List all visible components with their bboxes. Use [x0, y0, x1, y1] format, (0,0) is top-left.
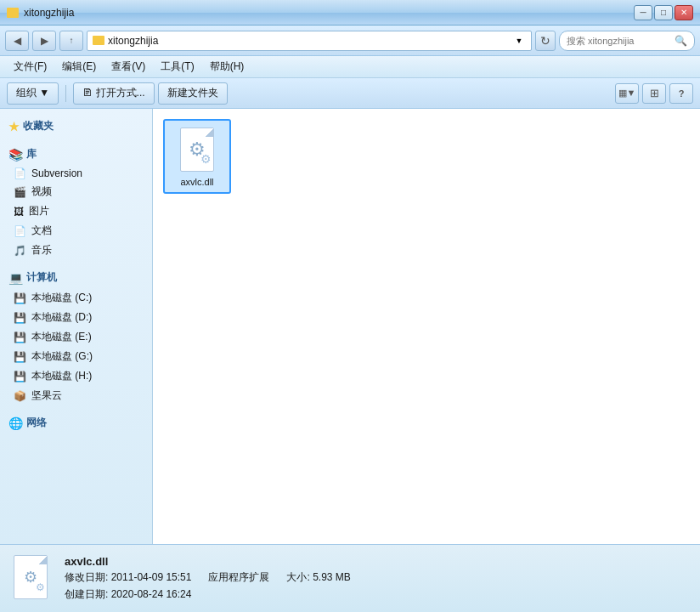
menu-bar: 文件(F) 编辑(E) 查看(V) 工具(T) 帮助(H) — [0, 56, 700, 78]
sidebar-item-drive-d-label: 本地磁盘 (D:) — [31, 310, 92, 325]
sidebar-item-music-label: 音乐 — [31, 243, 52, 258]
sidebar-item-jianguoyun[interactable]: 📦 坚果云 — [0, 386, 152, 405]
preview-pane-button[interactable]: ⊞ — [642, 83, 666, 104]
computer-icon: 💻 — [8, 271, 23, 285]
path-folder-icon — [93, 36, 104, 45]
drive-d-icon: 💾 — [14, 312, 26, 324]
search-box[interactable]: 🔍 — [559, 31, 695, 51]
computer-header: 💻 计算机 — [0, 267, 152, 288]
drive-h-icon: 💾 — [14, 371, 26, 382]
sidebar-item-drive-e[interactable]: 💾 本地磁盘 (E:) — [0, 327, 152, 347]
up-button[interactable]: ↑ — [59, 31, 83, 51]
star-icon: ★ — [8, 120, 20, 133]
jianguoyun-icon: 📦 — [14, 390, 26, 402]
toolbar: 组织 ▼ 🖹 打开方式... 新建文件夹 ▦▼ ⊞ ? — [0, 78, 700, 109]
sidebar-item-jianguoyun-label: 坚果云 — [31, 388, 62, 403]
title-bar: xitongzhijia ─ □ ✕ — [0, 0, 700, 26]
file-grid: ⚙ ⚙ axvlc.dll — [163, 119, 690, 194]
status-type-label: 应用程序扩展 — [208, 571, 269, 583]
sidebar-item-drive-e-label: 本地磁盘 (E:) — [31, 330, 92, 344]
file-area: ⚙ ⚙ axvlc.dll — [153, 109, 700, 544]
back-button[interactable]: ◀ — [5, 31, 29, 51]
address-path-box[interactable]: xitongzhijia ▼ — [87, 31, 532, 51]
sidebar-item-drive-g-label: 本地磁盘 (G:) — [31, 349, 93, 364]
status-info: axvlc.dll 修改日期: 2011-04-09 15:51 应用程序扩展 … — [65, 555, 351, 602]
view-options-button[interactable]: ▦▼ — [615, 83, 639, 104]
search-input[interactable] — [567, 36, 671, 46]
documents-icon: 📄 — [14, 225, 26, 237]
sidebar-item-drive-h-label: 本地磁盘 (H:) — [31, 369, 92, 383]
network-header: 🌐 网络 — [0, 412, 152, 434]
status-icon-paper: ⚙ ⚙ — [14, 555, 48, 599]
favorites-header: ★ 收藏夹 — [0, 116, 152, 137]
menu-edit[interactable]: 编辑(E) — [55, 58, 103, 76]
status-size-label: 大小: 5.93 MB — [286, 571, 350, 583]
library-icon: 📚 — [8, 148, 23, 162]
path-dropdown-icon[interactable]: ▼ — [512, 37, 526, 45]
file-item-axvlc[interactable]: ⚙ ⚙ axvlc.dll — [163, 119, 231, 194]
sidebar-item-video-label: 视频 — [31, 184, 52, 199]
new-folder-button[interactable]: 新建文件夹 — [158, 82, 228, 105]
drive-e-icon: 💾 — [14, 332, 26, 343]
sidebar-item-documents[interactable]: 📄 文档 — [0, 221, 152, 241]
drive-c-icon: 💾 — [14, 292, 26, 304]
forward-button[interactable]: ▶ — [32, 31, 56, 51]
address-path-text: xitongzhijia — [108, 35, 158, 47]
sidebar-item-music[interactable]: 🎵 音乐 — [0, 241, 152, 260]
music-icon: 🎵 — [14, 245, 26, 257]
sidebar: ★ 收藏夹 📚 库 📄 Subversion 🎬 视频 🖼 图片 📄 文档 🎵 … — [0, 109, 153, 544]
title-bar-folder-icon — [7, 8, 19, 18]
gear-big-icon: ⚙ — [189, 139, 206, 161]
favorites-label: 收藏夹 — [23, 119, 54, 133]
status-created-value: 2020-08-24 16:24 — [111, 588, 192, 600]
status-created: 创建日期: 2020-08-24 16:24 — [65, 587, 351, 602]
subversion-icon: 📄 — [14, 167, 26, 179]
open-with-button[interactable]: 🖹 打开方式... — [73, 82, 154, 105]
video-icon: 🎬 — [14, 186, 26, 198]
sidebar-item-subversion-label: Subversion — [31, 167, 82, 179]
sidebar-item-drive-d[interactable]: 💾 本地磁盘 (D:) — [0, 308, 152, 327]
title-bar-left: xitongzhijia — [7, 7, 74, 19]
sidebar-item-drive-c[interactable]: 💾 本地磁盘 (C:) — [0, 288, 152, 308]
menu-help[interactable]: 帮助(H) — [203, 58, 251, 76]
status-bar: ⚙ ⚙ axvlc.dll 修改日期: 2011-04-09 15:51 应用程… — [0, 544, 700, 612]
toolbar-right: ▦▼ ⊞ ? — [615, 83, 693, 104]
sidebar-item-video[interactable]: 🎬 视频 — [0, 182, 152, 201]
menu-view[interactable]: 查看(V) — [104, 58, 152, 76]
drive-g-icon: 💾 — [14, 351, 26, 363]
sidebar-item-pictures-label: 图片 — [29, 204, 49, 218]
menu-file[interactable]: 文件(F) — [7, 58, 54, 76]
main-area: ★ 收藏夹 📚 库 📄 Subversion 🎬 视频 🖼 图片 📄 文档 🎵 … — [0, 109, 700, 544]
network-label: 网络 — [26, 416, 47, 430]
status-created-label: 创建日期: — [65, 588, 108, 600]
sidebar-item-drive-c-label: 本地磁盘 (C:) — [31, 291, 92, 305]
status-file-icon: ⚙ ⚙ — [10, 555, 51, 603]
dll-icon-paper: ⚙ ⚙ — [180, 128, 214, 172]
refresh-button[interactable]: ↻ — [535, 31, 556, 51]
status-filename: axvlc.dll — [65, 555, 351, 568]
status-modified-value: 2011-04-09 15:51 — [111, 571, 192, 583]
status-gear-big-icon: ⚙ — [24, 568, 37, 586]
computer-label: 计算机 — [26, 270, 57, 285]
help-button[interactable]: ? — [669, 83, 693, 104]
search-icon[interactable]: 🔍 — [675, 35, 687, 47]
title-bar-title: xitongzhijia — [24, 7, 74, 19]
file-name-label: axvlc.dll — [180, 177, 213, 187]
library-label: 库 — [26, 147, 37, 162]
sidebar-item-drive-h[interactable]: 💾 本地磁盘 (H:) — [0, 366, 152, 386]
status-modified: 修改日期: 2011-04-09 15:51 应用程序扩展 大小: 5.93 M… — [65, 570, 351, 585]
network-header-icon: 🌐 — [8, 416, 23, 430]
status-modified-label: 修改日期: — [65, 571, 108, 583]
organize-button[interactable]: 组织 ▼ — [7, 82, 59, 105]
pictures-icon: 🖼 — [14, 206, 24, 218]
sidebar-item-drive-g[interactable]: 💾 本地磁盘 (G:) — [0, 347, 152, 366]
sidebar-item-subversion[interactable]: 📄 Subversion — [0, 165, 152, 182]
title-bar-buttons: ─ □ ✕ — [634, 5, 693, 20]
minimize-button[interactable]: ─ — [634, 5, 652, 20]
sidebar-item-documents-label: 文档 — [31, 224, 52, 238]
address-bar: ◀ ▶ ↑ xitongzhijia ▼ ↻ 🔍 — [0, 26, 700, 56]
menu-tools[interactable]: 工具(T) — [154, 58, 200, 76]
sidebar-item-pictures[interactable]: 🖼 图片 — [0, 201, 152, 221]
maximize-button[interactable]: □ — [654, 5, 673, 20]
close-button[interactable]: ✕ — [675, 5, 693, 20]
